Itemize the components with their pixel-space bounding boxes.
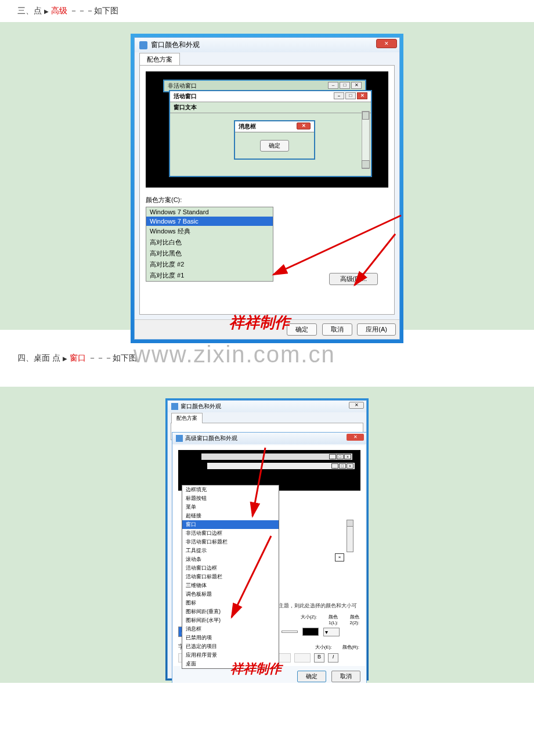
tab-color-scheme[interactable]: 配色方案	[171, 413, 203, 423]
adv-titlebar: 高级窗口颜色和外观 ✕	[172, 433, 366, 444]
scheme-option-selected[interactable]: Windows 7 Basic	[146, 217, 273, 226]
dropdown-item[interactable]: 消息框	[182, 625, 279, 633]
item-dropdown-list[interactable]: 边框填充 标题按钮 菜单 超链接 窗口 非活动窗口边框 非活动窗口标题栏 工具提…	[182, 485, 279, 669]
scheme-option[interactable]: 高对比黑色	[146, 248, 273, 259]
dropdown-item[interactable]: 已禁用的项	[182, 633, 279, 642]
preview-msgbox: 消息框 ✕ 确定	[234, 120, 315, 160]
adv-title: 高级窗口颜色和外观	[185, 434, 237, 442]
msgbox-ok-button[interactable]: 确定	[260, 140, 289, 152]
size-e-label: 大小(E):	[315, 644, 332, 650]
color1-picker[interactable]	[302, 628, 319, 636]
step4-highlight: 窗口	[70, 353, 86, 362]
inactive-title: 非活动窗口	[168, 82, 197, 90]
preview-active: _□×	[207, 463, 355, 469]
dropdown-item[interactable]: 活动窗口边框	[182, 564, 279, 573]
preview-msgbox-x: ×	[335, 553, 344, 561]
window-icon	[176, 435, 183, 442]
scheme-option[interactable]: Windows 7 Standard	[146, 207, 273, 217]
dropdown-item[interactable]: 图标间距(垂直)	[182, 607, 279, 616]
dropdown-item[interactable]: 滚动条	[182, 555, 279, 564]
window-text-label: 窗口文本	[170, 102, 371, 113]
size-z-label: 大小(Z):	[301, 614, 317, 625]
step-4-caption: 四、桌面 点 ▶ 窗口 －－－如下图	[0, 347, 534, 369]
scheme-option[interactable]: Windows 经典	[146, 226, 273, 237]
close-button[interactable]: ✕	[347, 434, 364, 441]
dropdown-item[interactable]: 调色板标题	[182, 590, 279, 599]
close-button[interactable]: ✕	[349, 402, 364, 409]
close-icon: ✕	[297, 123, 311, 129]
advanced-button[interactable]: 高级(D)...	[329, 273, 378, 285]
step4-suffix: －－－如下图	[88, 353, 137, 362]
dropdown-item-selected[interactable]: 窗口	[182, 520, 279, 529]
shot1-window-frame: 窗口颜色和外观 ✕ 配色方案 非活动窗口 –□✕ 活动窗口 –□✕	[131, 34, 403, 343]
window-control-icons: –□✕	[334, 92, 367, 100]
dropdown-item[interactable]: 已选定的项目	[182, 642, 279, 651]
window-title: 窗口颜色和外观	[151, 40, 200, 50]
msgbox-title: 消息框	[239, 123, 256, 131]
step3-highlight: 高级	[51, 6, 67, 15]
dropdown-item[interactable]: 边框填充	[182, 485, 279, 494]
annotation-arrow-icon	[337, 228, 407, 298]
step-3-caption: 三、点 ▶ 高级 －－－如下图	[0, 0, 534, 22]
dropdown-item[interactable]: 非活动窗口标题栏	[182, 538, 279, 546]
scheme-label: 颜色方案(C):	[146, 196, 388, 204]
dropdown-item[interactable]: 图标	[182, 599, 279, 607]
svg-line-0	[273, 215, 401, 275]
preview-scrollbar	[347, 520, 353, 552]
dropdown-item[interactable]: 应用程序背景	[182, 651, 279, 660]
dropdown-item[interactable]: 图标间距(水平)	[182, 616, 279, 625]
preview-active-window: 活动窗口 –□✕ 窗口文本 消息框 ✕ 确定	[169, 90, 372, 177]
bold-button[interactable]: B	[314, 653, 324, 663]
preview-inactive: _□×	[201, 453, 352, 460]
screenshot-1-container: 窗口颜色和外观 ✕ 配色方案 非活动窗口 –□✕ 活动窗口 –□✕	[0, 22, 534, 330]
triangle-icon: ▶	[44, 8, 49, 15]
advanced-dialog: 高级窗口颜色和外观 ✕ _□× _□× × 主题，则此处选择的颜色和大小可	[172, 432, 367, 683]
dropdown-item[interactable]: 三维物体	[182, 581, 279, 590]
dropdown-item[interactable]: 菜单	[182, 503, 279, 512]
preview-area: 非活动窗口 –□✕ 活动窗口 –□✕ 窗口文本 消息框	[146, 71, 388, 188]
dropdown-item[interactable]: 桌面	[182, 660, 279, 668]
italic-button[interactable]: I	[328, 653, 338, 663]
adv-footer: 确定 取消	[172, 667, 366, 683]
triangle-icon: ▶	[63, 355, 67, 362]
step3-prefix: 三、点	[17, 6, 42, 15]
dropdown-item[interactable]: 超链接	[182, 512, 279, 520]
step3-suffix: －－－如下图	[70, 6, 118, 15]
dropdown-item[interactable]: 标题按钮	[182, 494, 279, 503]
dropdown-item[interactable]: 非活动窗口边框	[182, 529, 279, 538]
window-icon	[139, 41, 147, 49]
close-button[interactable]: ✕	[376, 39, 397, 48]
window-icon	[171, 403, 178, 410]
window-titlebar: 窗口颜色和外观 ✕	[135, 38, 399, 52]
font-color-select[interactable]	[294, 653, 311, 663]
window-control-icons: –□✕	[328, 82, 362, 90]
scrollbar-icon	[362, 111, 370, 169]
cancel-button[interactable]: 取消	[331, 671, 360, 682]
outer-title: 窗口颜色和外观	[181, 402, 221, 411]
outer-titlebar: 窗口颜色和外观 ✕	[168, 401, 366, 412]
annotation-arrow-icon	[262, 211, 413, 315]
size-spinner[interactable]	[282, 631, 298, 633]
scheme-option[interactable]: 高对比白色	[146, 237, 273, 248]
step4-prefix: 四、桌面 点	[17, 353, 60, 362]
shot2-window-frame: 窗口颜色和外观 ✕ 配色方案 高级窗口颜色和外观 ✕ _□× _□×	[165, 398, 369, 681]
dropdown-item[interactable]: 活动窗口标题栏	[182, 573, 279, 581]
hint-text: 主题，则此处选择的颜色和大小可	[279, 602, 357, 610]
dropdown-item[interactable]: 工具提示	[182, 546, 279, 555]
scheme-option[interactable]: 高对比度 #1	[146, 270, 273, 281]
scheme-option[interactable]: 高对比度 #2	[146, 259, 273, 270]
color-r-label: 颜色(R):	[342, 644, 359, 650]
color2-picker[interactable]: ▾	[323, 628, 340, 636]
screenshot-2-container: 窗口颜色和外观 ✕ 配色方案 高级窗口颜色和外观 ✕ _□× _□×	[0, 387, 534, 683]
scheme-listbox[interactable]: Windows 7 Standard Windows 7 Basic Windo…	[146, 207, 273, 282]
tab-color-scheme[interactable]: 配色方案	[139, 53, 180, 66]
active-title: 活动窗口	[174, 92, 197, 100]
ok-button[interactable]: 确定	[297, 671, 326, 682]
